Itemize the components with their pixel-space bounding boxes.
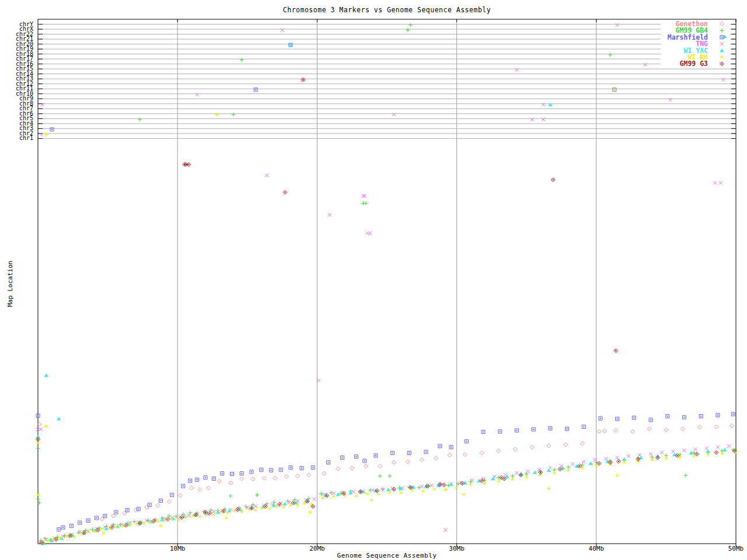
data-point bbox=[386, 488, 391, 491]
data-point bbox=[566, 465, 570, 469]
data-point bbox=[308, 510, 312, 514]
data-point bbox=[231, 113, 235, 117]
data-point bbox=[551, 178, 555, 182]
data-point bbox=[669, 98, 672, 102]
data-point bbox=[727, 444, 731, 448]
data-point bbox=[714, 425, 718, 429]
data-point bbox=[553, 468, 557, 472]
data-point bbox=[722, 448, 727, 452]
data-point bbox=[582, 460, 585, 464]
data-point bbox=[616, 23, 619, 27]
data-point bbox=[617, 459, 621, 463]
data-point bbox=[622, 457, 627, 461]
data-point bbox=[392, 113, 396, 116]
data-point bbox=[399, 491, 403, 495]
data-point bbox=[36, 435, 40, 438]
data-point bbox=[649, 418, 652, 422]
data-point bbox=[697, 425, 701, 429]
data-point bbox=[364, 201, 368, 205]
data-point bbox=[332, 495, 336, 498]
data-point bbox=[430, 484, 434, 487]
data-point bbox=[599, 416, 602, 420]
data-point bbox=[407, 451, 411, 454]
data-point bbox=[340, 456, 344, 460]
data-point bbox=[281, 505, 285, 509]
data-point bbox=[229, 481, 233, 485]
data-point bbox=[449, 482, 453, 486]
data-point bbox=[61, 526, 65, 529]
data-point bbox=[78, 521, 82, 524]
data-point bbox=[281, 29, 284, 32]
data-point bbox=[630, 429, 634, 433]
data-point bbox=[632, 416, 636, 419]
data-point bbox=[588, 461, 593, 465]
data-point bbox=[41, 103, 44, 106]
data-point bbox=[283, 190, 287, 194]
data-point bbox=[420, 458, 424, 462]
data-point bbox=[198, 488, 202, 492]
data-point bbox=[597, 429, 601, 433]
data-point bbox=[615, 474, 619, 477]
data-point bbox=[526, 470, 530, 473]
data-point bbox=[719, 181, 722, 184]
data-point bbox=[388, 474, 392, 478]
data-point bbox=[438, 444, 442, 448]
data-point bbox=[564, 443, 568, 447]
data-point bbox=[254, 508, 258, 512]
data-point bbox=[497, 449, 501, 453]
data-point bbox=[571, 462, 574, 466]
data-point bbox=[682, 415, 686, 419]
data-point bbox=[566, 427, 569, 430]
data-point bbox=[612, 88, 616, 92]
data-point bbox=[336, 467, 340, 471]
data-point bbox=[683, 474, 687, 478]
data-point bbox=[498, 430, 502, 433]
data-point bbox=[449, 446, 453, 449]
data-point bbox=[705, 446, 708, 450]
data-point bbox=[547, 468, 551, 472]
data-point bbox=[36, 446, 40, 450]
data-point bbox=[530, 445, 534, 449]
y-axis-chromosome-label: chr1 bbox=[1, 135, 33, 141]
data-point bbox=[269, 468, 273, 472]
data-point bbox=[616, 417, 619, 421]
x-axis-label: Genome Sequence Assembly bbox=[38, 552, 736, 559]
data-point bbox=[369, 498, 374, 502]
data-point bbox=[138, 117, 142, 121]
data-point bbox=[229, 494, 233, 498]
data-point bbox=[189, 479, 192, 482]
data-point bbox=[134, 508, 138, 512]
data-point bbox=[217, 480, 221, 484]
data-point bbox=[374, 454, 378, 457]
data-point bbox=[240, 58, 244, 62]
data-point bbox=[260, 468, 263, 471]
data-point bbox=[463, 453, 467, 457]
data-point bbox=[481, 430, 485, 434]
data-point bbox=[533, 470, 537, 474]
data-point bbox=[448, 453, 452, 457]
data-point bbox=[406, 460, 410, 464]
legend-entry-gm99-g3: GM99 G3 bbox=[642, 61, 708, 67]
data-point bbox=[262, 476, 266, 480]
data-point bbox=[714, 450, 718, 454]
data-point bbox=[132, 520, 137, 524]
data-point bbox=[649, 452, 652, 456]
data-point bbox=[647, 427, 651, 431]
data-point bbox=[561, 466, 566, 470]
data-point bbox=[114, 510, 118, 514]
data-point bbox=[307, 473, 311, 477]
data-point bbox=[44, 132, 48, 136]
data-point bbox=[111, 523, 116, 527]
data-point bbox=[187, 163, 191, 167]
data-point bbox=[465, 440, 468, 443]
data-point bbox=[444, 488, 448, 491]
data-point bbox=[221, 472, 224, 475]
data-point bbox=[111, 514, 116, 518]
data-point bbox=[206, 486, 210, 490]
data-point bbox=[721, 78, 725, 82]
data-point bbox=[86, 519, 90, 522]
data-point bbox=[40, 132, 43, 136]
data-point bbox=[671, 450, 675, 453]
data-point bbox=[706, 449, 710, 453]
data-point bbox=[240, 472, 243, 475]
